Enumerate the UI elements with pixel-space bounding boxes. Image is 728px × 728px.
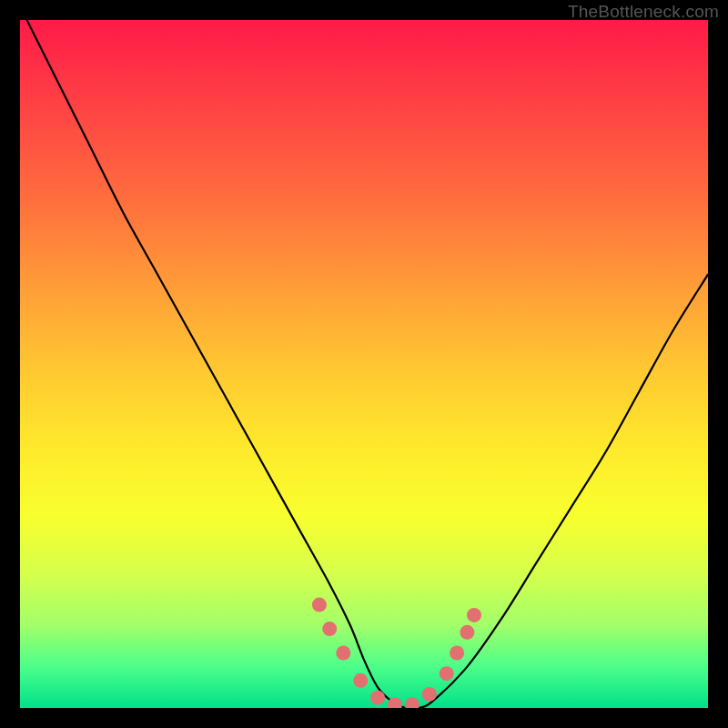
curve-marker: [322, 622, 337, 636]
chart-frame: TheBottleneck.com: [0, 0, 728, 728]
attribution-text: TheBottleneck.com: [568, 2, 719, 22]
curve-marker: [336, 646, 350, 661]
curve-marker: [312, 598, 327, 612]
curve-marker: [460, 625, 474, 640]
marker-group: [312, 598, 481, 708]
curve-marker: [422, 687, 437, 702]
curve-marker: [450, 646, 464, 661]
curve-marker: [370, 691, 385, 705]
curve-marker: [467, 608, 481, 622]
curve-svg: [20, 20, 708, 708]
curve-marker: [353, 673, 368, 688]
curve-marker: [405, 697, 420, 708]
plot-area: [20, 20, 708, 708]
bottleneck-curve: [20, 20, 708, 708]
curve-marker: [440, 666, 454, 681]
